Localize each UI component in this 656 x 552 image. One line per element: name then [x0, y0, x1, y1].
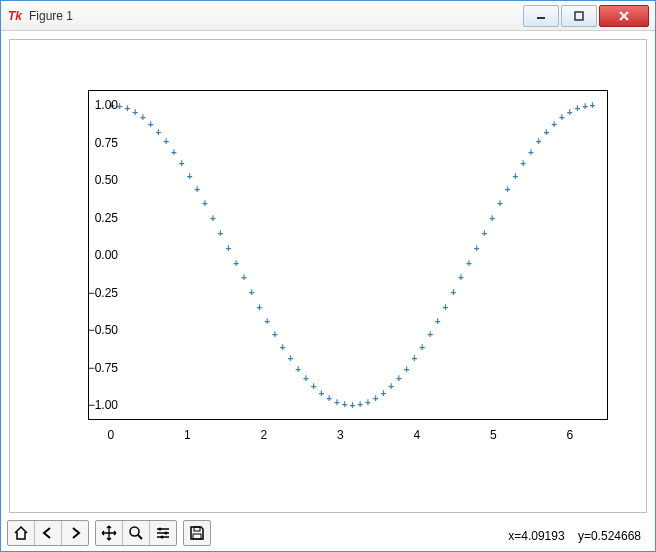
- data-point: +: [240, 274, 248, 282]
- titlebar: Tk Figure 1: [1, 1, 655, 31]
- data-point: +: [147, 121, 155, 129]
- data-point: +: [201, 200, 209, 208]
- data-point: +: [480, 230, 488, 238]
- sliders-icon: [155, 525, 171, 541]
- data-point: +: [131, 109, 139, 117]
- ytick-label: 0.00: [68, 248, 118, 262]
- data-point: +: [333, 399, 341, 407]
- data-point: +: [411, 355, 419, 363]
- data-point: +: [449, 289, 457, 297]
- data-point: +: [496, 200, 504, 208]
- svg-line-5: [138, 535, 142, 539]
- close-button[interactable]: [599, 5, 649, 27]
- data-point: +: [504, 186, 512, 194]
- xtick-label: 2: [261, 428, 268, 442]
- data-point: +: [186, 173, 194, 181]
- data-point: +: [170, 149, 178, 157]
- data-point: +: [263, 318, 271, 326]
- save-button[interactable]: [184, 521, 210, 545]
- arrow-right-icon: [67, 525, 83, 541]
- figure-window: Tk Figure 1 ++++++++++++++++++++++++++++…: [0, 0, 656, 552]
- svg-point-4: [130, 527, 139, 536]
- coord-status: x=4.09193 y=0.524668: [508, 529, 641, 543]
- zoom-button[interactable]: [123, 521, 150, 545]
- data-point: +: [232, 260, 240, 268]
- data-point: +: [224, 245, 232, 253]
- status-y: y=0.524668: [578, 529, 641, 543]
- save-icon: [189, 525, 205, 541]
- data-point: +: [473, 245, 481, 253]
- data-point: +: [465, 260, 473, 268]
- data-point: +: [387, 383, 395, 391]
- data-point: +: [542, 129, 550, 137]
- back-button[interactable]: [35, 521, 62, 545]
- xtick-label: 5: [490, 428, 497, 442]
- data-point: +: [573, 105, 581, 113]
- data-point: +: [178, 160, 186, 168]
- svg-point-10: [165, 532, 168, 535]
- data-point: +: [294, 366, 302, 374]
- data-point: +: [442, 304, 450, 312]
- subplots-button[interactable]: [150, 521, 176, 545]
- move-icon: [101, 525, 117, 541]
- figure-canvas[interactable]: ++++++++++++++++++++++++++++++++++++++++…: [9, 39, 647, 513]
- ytick-label: −0.50: [68, 323, 118, 337]
- xtick-label: 4: [413, 428, 420, 442]
- data-point: +: [317, 390, 325, 398]
- data-point: +: [286, 355, 294, 363]
- data-point: +: [535, 138, 543, 146]
- data-point: +: [217, 230, 225, 238]
- ytick-label: 0.50: [68, 173, 118, 187]
- data-point: +: [511, 173, 519, 181]
- ytick-label: −0.25: [68, 286, 118, 300]
- xtick-label: 1: [184, 428, 191, 442]
- xtick-label: 6: [566, 428, 573, 442]
- data-point: +: [457, 274, 465, 282]
- xtick-label: 3: [337, 428, 344, 442]
- data-point: +: [418, 344, 426, 352]
- data-point: +: [558, 114, 566, 122]
- ytick-label: 0.75: [68, 136, 118, 150]
- nav-toolbar: [7, 519, 217, 547]
- ytick-label: −0.75: [68, 361, 118, 375]
- home-button[interactable]: [8, 521, 35, 545]
- data-point: +: [403, 366, 411, 374]
- window-title: Figure 1: [29, 9, 73, 23]
- data-point: +: [302, 375, 310, 383]
- tk-icon: Tk: [7, 8, 23, 24]
- data-point: +: [527, 149, 535, 157]
- pan-button[interactable]: [96, 521, 123, 545]
- ytick-label: 1.00: [68, 98, 118, 112]
- maximize-button[interactable]: [561, 5, 597, 27]
- home-icon: [13, 525, 29, 541]
- data-point: +: [372, 395, 380, 403]
- data-point: +: [434, 318, 442, 326]
- data-point: +: [279, 344, 287, 352]
- data-point: +: [255, 304, 263, 312]
- data-point: +: [155, 129, 163, 137]
- data-point: +: [519, 160, 527, 168]
- data-point: +: [426, 331, 434, 339]
- minimize-button[interactable]: [523, 5, 559, 27]
- data-point: +: [395, 375, 403, 383]
- arrow-left-icon: [40, 525, 56, 541]
- data-point: +: [271, 331, 279, 339]
- data-point: +: [162, 138, 170, 146]
- data-point: +: [348, 402, 356, 410]
- data-point: +: [588, 102, 596, 110]
- status-x: x=4.09193: [508, 529, 564, 543]
- svg-rect-1: [575, 12, 583, 20]
- data-point: +: [209, 215, 217, 223]
- svg-point-11: [161, 536, 164, 539]
- forward-button[interactable]: [62, 521, 88, 545]
- magnifier-icon: [128, 525, 144, 541]
- ytick-label: −1.00: [68, 398, 118, 412]
- plot-axes[interactable]: ++++++++++++++++++++++++++++++++++++++++…: [88, 90, 608, 420]
- data-point: +: [193, 186, 201, 194]
- xtick-label: 0: [108, 428, 115, 442]
- data-point: +: [248, 289, 256, 297]
- data-point: +: [488, 215, 496, 223]
- window-controls: [521, 5, 649, 27]
- svg-point-9: [159, 528, 162, 531]
- ytick-label: 0.25: [68, 211, 118, 225]
